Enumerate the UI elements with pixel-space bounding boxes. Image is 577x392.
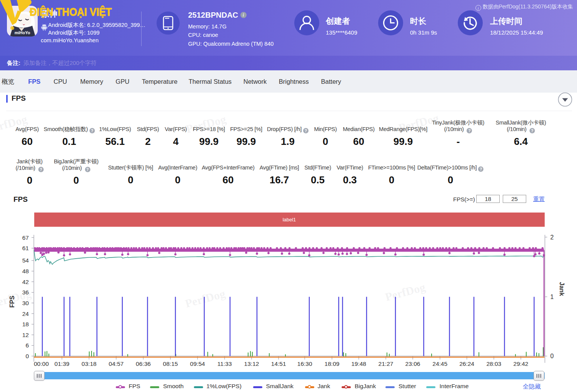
svg-text:54: 54 [22,257,29,264]
svg-text:26:24: 26:24 [459,360,474,367]
svg-text:23:06: 23:06 [405,360,420,367]
svg-text:03:18: 03:18 [82,360,97,367]
svg-text:14:51: 14:51 [271,360,286,367]
svg-text:24: 24 [22,311,29,317]
svg-text:42: 42 [22,279,29,285]
svg-text:Jank: Jank [559,282,565,296]
svg-text:13:12: 13:12 [244,360,259,367]
svg-text:48: 48 [22,268,29,274]
svg-text:0: 0 [550,353,554,359]
svg-text:2: 2 [550,234,554,241]
svg-text:11:33: 11:33 [217,360,232,367]
svg-text:67: 67 [22,234,29,241]
svg-text:12: 12 [22,332,29,338]
svg-text:18:09: 18:09 [325,360,340,367]
svg-text:0: 0 [25,353,29,359]
svg-text:FPS: FPS [9,296,15,307]
svg-text:18: 18 [22,321,29,327]
svg-text:04:57: 04:57 [109,360,124,367]
svg-text:36: 36 [22,289,29,296]
svg-text:miHoYo: miHoYo [15,30,30,35]
svg-text:16:30: 16:30 [297,360,312,367]
svg-text:1: 1 [550,294,554,300]
svg-text:28:03: 28:03 [486,360,501,367]
svg-text:19:48: 19:48 [351,360,366,367]
svg-text:21:27: 21:27 [379,360,394,367]
svg-text:61: 61 [22,245,29,251]
svg-text:01:39: 01:39 [55,360,70,367]
svg-text:00:00: 00:00 [34,360,49,367]
svg-text:08:15: 08:15 [163,360,178,367]
svg-text:09:54: 09:54 [190,360,205,367]
svg-text:24:45: 24:45 [432,360,447,367]
svg-text:29:42: 29:42 [514,360,529,367]
svg-text:30: 30 [22,300,29,306]
svg-text:06:36: 06:36 [136,360,151,367]
svg-text:6: 6 [25,342,29,349]
